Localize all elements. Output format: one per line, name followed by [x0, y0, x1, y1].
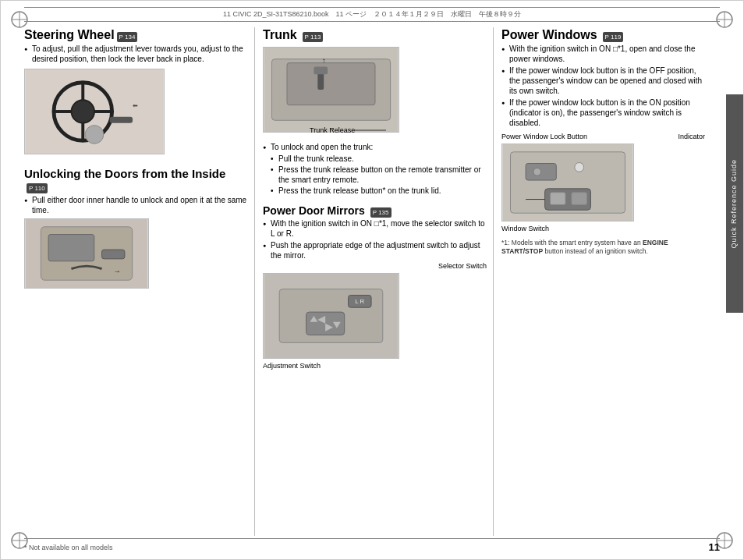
footnote-star: *1: Models with the smart entry system h… [501, 239, 705, 256]
col1: Steering Wheel P 134 To adjust, pull the… [24, 27, 248, 536]
pw-bullet-1: With the ignition switch in ON □*1, open… [501, 44, 705, 64]
pw-bullet-2: If the power window lock button is in th… [501, 66, 705, 96]
svg-point-14 [72, 100, 94, 122]
columns: Steering Wheel P 134 To adjust, pull the… [24, 27, 724, 536]
mirrors-title: Power Door Mirrors [263, 204, 365, 217]
unlocking-ref-row: P 110 [24, 183, 248, 193]
pw-image-wrapper: Power Window Lock Button Indicator [501, 133, 705, 232]
svg-rect-25 [102, 250, 125, 259]
trunk-image-wrapper: ↑ Trunk Release [263, 47, 487, 133]
unlocking-section: Unlocking the Doors from the Inside P 11… [24, 167, 248, 292]
trunk-title: Trunk [263, 27, 297, 42]
mirror-image: L R [263, 273, 399, 359]
sidebar-label: Quick Reference Guide [730, 159, 739, 249]
window-switch-label-row: Window Switch [501, 225, 705, 232]
mirrors-bullets: With the ignition switch in ON □*1, move… [263, 218, 487, 261]
selector-switch-label: Selector Switch [263, 262, 487, 270]
mirrors-title-row: Power Door Mirrors P 135 [263, 204, 487, 218]
pw-bullets: With the ignition switch in ON □*1, open… [501, 44, 705, 128]
mirrors-image-wrapper: Selector Switch L R [263, 262, 487, 370]
svg-point-47 [575, 163, 584, 172]
pw-ref: P 119 [603, 32, 624, 42]
svg-text:↑: ↑ [322, 56, 326, 65]
not-available-text: * Not available on all models [24, 544, 113, 551]
unlocking-ref: P 110 [27, 183, 48, 193]
unlocking-title: Unlocking the Doors from the Inside [24, 167, 248, 181]
trunk-ref: P 113 [303, 32, 324, 42]
adjustment-switch-label: Adjustment Switch [263, 362, 487, 370]
trunk-sub-2: Press the trunk release button on the re… [271, 165, 487, 185]
trunk-bullets: To unlock and open the trunk: [263, 142, 487, 152]
page-container: 11 CIVIC 2D_SI-31TS86210.book 11 ページ ２０１… [0, 0, 744, 560]
sidebar-tab: Quick Reference Guide [726, 94, 743, 313]
svg-rect-29 [287, 63, 375, 105]
trunk-image: ↑ [263, 47, 399, 133]
trunk-bullet-1: To unlock and open the trunk: [263, 142, 487, 152]
col3: Power Windows P 119 With the ignition sw… [493, 27, 724, 536]
svg-point-46 [533, 168, 541, 176]
unlocking-title-row: Unlocking the Doors from the Inside [24, 167, 248, 181]
page-number: 11 [709, 541, 720, 553]
svg-rect-50 [572, 193, 587, 205]
steering-bullet-1: To adjust, pull the adjustment lever tow… [24, 44, 248, 64]
unlocking-bullets: Pull either door inner handle to unlock … [24, 195, 248, 215]
bottom-bar: * Not available on all models 11 [24, 538, 720, 553]
steering-bullets: To adjust, pull the adjustment lever tow… [24, 44, 248, 64]
footnote-text: *1: Models with the smart entry system h… [501, 239, 668, 255]
steering-title: Steering Wheel [24, 27, 115, 42]
lock-button-label: Power Window Lock Button [501, 133, 587, 140]
header-text: 11 CIVIC 2D_SI-31TS86210.book 11 ページ ２０１… [223, 9, 521, 19]
mirrors-bullet-1: With the ignition switch in ON □*1, move… [263, 218, 487, 239]
mirrors-ref: P 135 [370, 207, 391, 218]
svg-rect-31 [314, 67, 328, 75]
steering-section: Steering Wheel P 134 To adjust, pull the… [24, 27, 248, 159]
pw-title-row: Power Windows P 119 [501, 27, 705, 44]
steering-image: ⬅ [24, 69, 165, 154]
svg-text:L R: L R [355, 298, 364, 305]
trunk-release-label: Trunk Release [310, 126, 386, 134]
svg-rect-49 [551, 193, 566, 205]
trunk-title-row: Trunk P 113 [263, 27, 487, 44]
window-switch-label: Window Switch [501, 225, 549, 232]
svg-point-20 [85, 126, 104, 144]
power-windows-section: Power Windows P 119 With the ignition sw… [501, 27, 705, 256]
unlocking-bullet-1: Pull either door inner handle to unlock … [24, 195, 248, 215]
col2: Trunk P 113 [254, 27, 487, 536]
top-header: 11 CIVIC 2D_SI-31TS86210.book 11 ページ ２０１… [24, 7, 720, 22]
pw-top-labels: Power Window Lock Button Indicator [501, 133, 705, 140]
trunk-sub-1: Pull the trunk release. [271, 154, 487, 164]
main-content: Steering Wheel P 134 To adjust, pull the… [24, 24, 724, 536]
pw-title: Power Windows [501, 27, 597, 42]
trunk-sub-bullets: Pull the trunk release. Press the trunk … [271, 154, 487, 196]
window-image [501, 144, 634, 222]
door-image: → [24, 218, 149, 289]
svg-rect-24 [48, 234, 94, 261]
steering-ref: P 134 [117, 32, 138, 42]
trunk-section: Trunk P 113 [263, 27, 487, 197]
steering-title-row: Steering Wheel P 134 [24, 27, 248, 44]
mirrors-bullet-2: Push the appropriate edge of the adjustm… [263, 240, 487, 261]
mirrors-section: Power Door Mirrors P 135 With the igniti… [263, 204, 487, 370]
svg-text:→: → [113, 267, 121, 275]
svg-rect-19 [110, 117, 133, 123]
svg-text:⬅: ⬅ [133, 102, 138, 109]
trunk-sub-3: Press the trunk release button* on the t… [271, 186, 487, 196]
indicator-label: Indicator [678, 133, 705, 140]
pw-bullet-3: If the power window lock button is in th… [501, 97, 705, 128]
